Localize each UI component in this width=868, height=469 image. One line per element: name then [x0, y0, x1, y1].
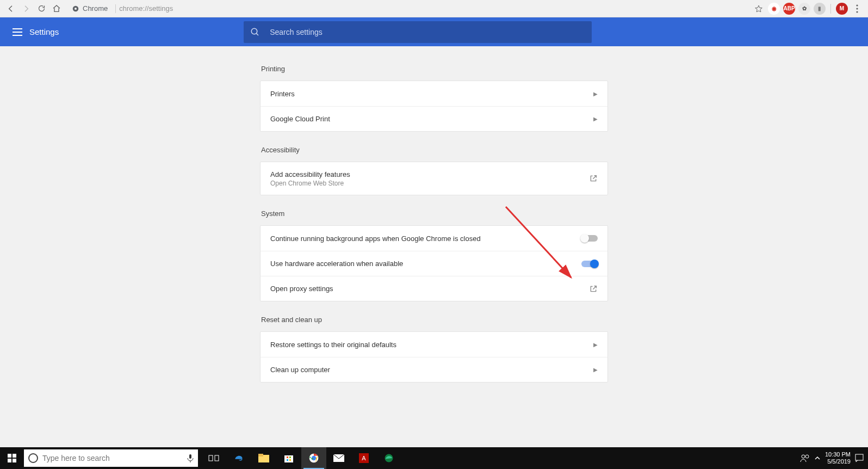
svg-text:A: A: [362, 455, 366, 461]
forward-button[interactable]: [18, 1, 34, 16]
file-explorer-icon[interactable]: [251, 447, 276, 469]
search-icon: [250, 27, 260, 37]
svg-point-27: [802, 455, 805, 458]
restore-defaults-row[interactable]: Restore settings to their original defau…: [261, 332, 607, 357]
svg-rect-9: [8, 459, 11, 462]
chrome-menu-button[interactable]: [850, 4, 865, 13]
settings-search-input[interactable]: [270, 28, 585, 36]
cloud-print-row[interactable]: Google Cloud Print ▶: [261, 106, 607, 131]
section-title-printing: Printing: [261, 65, 607, 73]
svg-point-3: [856, 8, 858, 9]
svg-rect-7: [8, 454, 11, 458]
svg-point-4: [856, 11, 858, 13]
printers-label: Printers: [270, 90, 295, 98]
notifications-icon[interactable]: [855, 454, 864, 462]
tray-chevron-icon[interactable]: [814, 455, 821, 461]
accessibility-label: Add accessibility features: [270, 170, 350, 178]
hardware-accel-toggle[interactable]: [581, 261, 598, 267]
accessibility-sub: Open Chrome Web Store: [270, 180, 350, 187]
svg-point-5: [251, 28, 257, 34]
accessibility-card: Add accessibility features Open Chrome W…: [260, 162, 608, 195]
svg-rect-8: [13, 454, 16, 458]
svg-rect-29: [855, 454, 863, 460]
external-link-icon: [589, 285, 598, 293]
svg-rect-18: [289, 456, 291, 458]
taskbar-pinned: A: [201, 447, 401, 469]
svg-point-28: [805, 455, 809, 458]
clock-date: 5/5/2019: [825, 458, 851, 465]
clock-time: 10:30 PM: [825, 451, 851, 458]
cortana-icon: [28, 453, 38, 463]
taskbar-search[interactable]: [24, 449, 198, 467]
back-button[interactable]: [3, 1, 18, 16]
system-tray: 10:30 PM 5/5/2019: [800, 451, 868, 465]
task-view-icon[interactable]: [201, 447, 226, 469]
svg-rect-17: [287, 456, 288, 458]
address-separator: [115, 4, 116, 13]
site-chip-label: Chrome: [83, 4, 108, 13]
reset-card: Restore settings to their original defau…: [260, 331, 608, 382]
acrobat-icon[interactable]: A: [351, 447, 376, 469]
profile-avatar[interactable]: M: [836, 3, 848, 15]
restore-defaults-label: Restore settings to their original defau…: [270, 341, 396, 349]
section-title-system: System: [261, 209, 607, 218]
menu-icon[interactable]: [10, 28, 25, 36]
url-text[interactable]: chrome://settings: [119, 4, 173, 13]
reload-button[interactable]: [34, 1, 49, 16]
settings-content[interactable]: Printing Printers ▶ Google Cloud Print ▶…: [0, 46, 868, 447]
background-apps-row[interactable]: Continue running background apps when Go…: [261, 226, 607, 251]
extension-divider: [830, 4, 831, 14]
edge-icon[interactable]: [226, 447, 251, 469]
settings-search[interactable]: [244, 21, 592, 43]
windows-taskbar: A 10:30 PM 5/5/2019: [0, 447, 868, 469]
edge-beta-icon[interactable]: [376, 447, 401, 469]
chrome-taskbar-icon[interactable]: [301, 447, 326, 469]
people-icon[interactable]: [800, 454, 810, 462]
background-apps-toggle[interactable]: [581, 235, 598, 242]
svg-rect-16: [284, 455, 293, 462]
start-button[interactable]: [0, 447, 24, 469]
system-card: Continue running background apps when Go…: [260, 225, 608, 301]
gear-ext-icon[interactable]: ✿: [798, 3, 810, 15]
svg-rect-19: [287, 459, 288, 461]
svg-rect-10: [13, 459, 16, 462]
home-button[interactable]: [49, 1, 64, 16]
hardware-accel-row[interactable]: Use hardware acceleration when available: [261, 251, 607, 276]
ublock-ext-icon[interactable]: ◉: [768, 3, 780, 15]
chevron-right-icon: ▶: [593, 91, 598, 97]
svg-point-2: [856, 4, 858, 6]
proxy-row[interactable]: Open proxy settings: [261, 276, 607, 301]
settings-header: Settings: [0, 17, 868, 46]
ext-icon-4[interactable]: ▮: [814, 3, 826, 15]
bookmark-star-icon[interactable]: [751, 4, 766, 13]
chevron-right-icon: ▶: [593, 367, 598, 373]
browser-address-bar: Chrome chrome://settings ◉ABP✿▮ M: [0, 0, 868, 17]
svg-rect-20: [289, 459, 291, 461]
store-icon[interactable]: [276, 447, 301, 469]
printers-row[interactable]: Printers ▶: [261, 81, 607, 106]
external-link-icon: [589, 174, 598, 183]
clock[interactable]: 10:30 PM 5/5/2019: [825, 451, 851, 465]
accessibility-row[interactable]: Add accessibility features Open Chrome W…: [261, 162, 607, 195]
chevron-right-icon: ▶: [593, 342, 598, 348]
cloud-print-label: Google Cloud Print: [270, 115, 330, 123]
page-title: Settings: [29, 27, 59, 36]
abp-ext-icon[interactable]: ABP: [783, 3, 795, 15]
printing-card: Printers ▶ Google Cloud Print ▶: [260, 81, 608, 132]
cleanup-label: Clean up computer: [270, 366, 330, 374]
mail-icon[interactable]: [326, 447, 351, 469]
site-chip[interactable]: Chrome: [67, 2, 112, 15]
svg-rect-11: [189, 454, 191, 459]
proxy-label: Open proxy settings: [270, 285, 333, 293]
hardware-accel-label: Use hardware acceleration when available: [270, 260, 403, 268]
cleanup-row[interactable]: Clean up computer ▶: [261, 357, 607, 382]
svg-rect-12: [209, 455, 213, 461]
mic-icon[interactable]: [187, 454, 194, 462]
svg-rect-15: [258, 454, 263, 456]
svg-rect-13: [215, 455, 219, 461]
taskbar-search-input[interactable]: [42, 454, 184, 462]
svg-point-1: [75, 7, 77, 9]
section-title-reset: Reset and clean up: [261, 316, 607, 324]
chevron-right-icon: ▶: [593, 116, 598, 122]
section-title-accessibility: Accessibility: [261, 146, 607, 154]
